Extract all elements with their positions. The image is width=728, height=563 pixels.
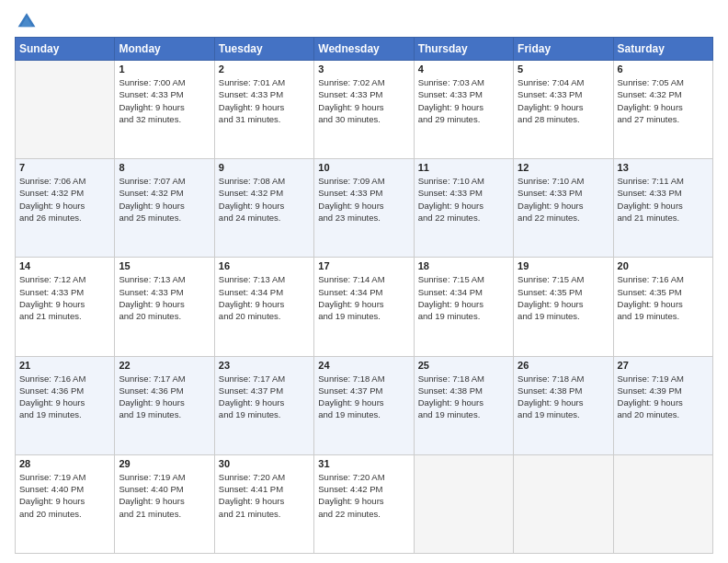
calendar-week-row: 21Sunrise: 7:16 AM Sunset: 4:36 PM Dayli…	[16, 356, 713, 454]
calendar-day-14: 14Sunrise: 7:12 AM Sunset: 4:33 PM Dayli…	[16, 258, 115, 356]
day-info: Sunrise: 7:10 AM Sunset: 4:33 PM Dayligh…	[418, 175, 509, 224]
day-number: 16	[219, 260, 310, 271]
calendar-empty-cell	[414, 454, 513, 553]
day-number: 23	[219, 360, 310, 371]
day-info: Sunrise: 7:05 AM Sunset: 4:32 PM Dayligh…	[618, 76, 709, 125]
day-info: Sunrise: 7:01 AM Sunset: 4:33 PM Dayligh…	[219, 76, 310, 125]
day-number: 3	[318, 63, 409, 75]
calendar-day-5: 5Sunrise: 7:04 AM Sunset: 4:33 PM Daylig…	[514, 61, 613, 159]
logo-icon	[17, 11, 37, 31]
calendar-day-9: 9Sunrise: 7:08 AM Sunset: 4:32 PM Daylig…	[214, 159, 313, 258]
calendar-day-11: 11Sunrise: 7:10 AM Sunset: 4:33 PM Dayli…	[414, 159, 513, 258]
calendar-day-29: 29Sunrise: 7:19 AM Sunset: 4:40 PM Dayli…	[115, 454, 214, 553]
calendar-day-16: 16Sunrise: 7:13 AM Sunset: 4:34 PM Dayli…	[214, 258, 313, 356]
calendar-week-row: 14Sunrise: 7:12 AM Sunset: 4:33 PM Dayli…	[16, 258, 713, 356]
day-number: 29	[119, 458, 210, 469]
day-info: Sunrise: 7:18 AM Sunset: 4:38 PM Dayligh…	[518, 373, 609, 421]
day-info: Sunrise: 7:19 AM Sunset: 4:39 PM Dayligh…	[618, 373, 709, 421]
calendar-day-20: 20Sunrise: 7:16 AM Sunset: 4:35 PM Dayli…	[613, 258, 712, 356]
weekday-header-friday: Friday	[514, 38, 613, 61]
day-info: Sunrise: 7:11 AM Sunset: 4:33 PM Dayligh…	[618, 175, 709, 224]
calendar-day-26: 26Sunrise: 7:18 AM Sunset: 4:38 PM Dayli…	[514, 356, 613, 454]
day-info: Sunrise: 7:16 AM Sunset: 4:35 PM Dayligh…	[618, 273, 709, 322]
calendar-day-21: 21Sunrise: 7:16 AM Sunset: 4:36 PM Dayli…	[16, 356, 115, 454]
calendar-day-10: 10Sunrise: 7:09 AM Sunset: 4:33 PM Dayli…	[314, 159, 414, 258]
calendar-day-6: 6Sunrise: 7:05 AM Sunset: 4:32 PM Daylig…	[613, 61, 712, 159]
day-info: Sunrise: 7:19 AM Sunset: 4:40 PM Dayligh…	[119, 471, 210, 520]
day-number: 22	[119, 360, 210, 371]
day-info: Sunrise: 7:15 AM Sunset: 4:35 PM Dayligh…	[518, 273, 609, 322]
calendar-day-12: 12Sunrise: 7:10 AM Sunset: 4:33 PM Dayli…	[514, 159, 613, 258]
day-number: 4	[418, 63, 509, 75]
calendar-empty-cell	[514, 454, 613, 553]
calendar-day-3: 3Sunrise: 7:02 AM Sunset: 4:33 PM Daylig…	[314, 61, 414, 159]
day-number: 13	[618, 162, 709, 173]
day-number: 15	[119, 260, 210, 271]
calendar-day-27: 27Sunrise: 7:19 AM Sunset: 4:39 PM Dayli…	[613, 356, 712, 454]
calendar-day-30: 30Sunrise: 7:20 AM Sunset: 4:41 PM Dayli…	[214, 454, 313, 553]
day-number: 31	[318, 458, 409, 469]
day-info: Sunrise: 7:09 AM Sunset: 4:33 PM Dayligh…	[318, 175, 409, 224]
day-info: Sunrise: 7:20 AM Sunset: 4:42 PM Dayligh…	[318, 471, 409, 520]
day-number: 21	[19, 360, 110, 371]
day-number: 14	[19, 260, 110, 271]
calendar-week-row: 28Sunrise: 7:19 AM Sunset: 4:40 PM Dayli…	[16, 454, 713, 553]
day-number: 26	[518, 360, 609, 371]
day-number: 17	[318, 260, 409, 271]
day-number: 27	[618, 360, 709, 371]
calendar-day-24: 24Sunrise: 7:18 AM Sunset: 4:37 PM Dayli…	[314, 356, 414, 454]
day-number: 7	[19, 162, 110, 173]
day-number: 25	[418, 360, 509, 371]
calendar-empty-cell	[613, 454, 712, 553]
day-info: Sunrise: 7:13 AM Sunset: 4:33 PM Dayligh…	[119, 273, 210, 322]
calendar-day-13: 13Sunrise: 7:11 AM Sunset: 4:33 PM Dayli…	[613, 159, 712, 258]
day-info: Sunrise: 7:10 AM Sunset: 4:33 PM Dayligh…	[518, 175, 609, 224]
day-number: 9	[219, 162, 310, 173]
day-number: 12	[518, 162, 609, 173]
day-number: 18	[418, 260, 509, 271]
weekday-header-tuesday: Tuesday	[214, 38, 313, 61]
day-info: Sunrise: 7:14 AM Sunset: 4:34 PM Dayligh…	[318, 273, 409, 322]
logo	[15, 11, 39, 31]
calendar-day-8: 8Sunrise: 7:07 AM Sunset: 4:32 PM Daylig…	[115, 159, 214, 258]
day-info: Sunrise: 7:17 AM Sunset: 4:37 PM Dayligh…	[219, 373, 310, 421]
day-number: 10	[318, 162, 409, 173]
calendar-day-15: 15Sunrise: 7:13 AM Sunset: 4:33 PM Dayli…	[115, 258, 214, 356]
calendar-day-4: 4Sunrise: 7:03 AM Sunset: 4:33 PM Daylig…	[414, 61, 513, 159]
calendar-day-25: 25Sunrise: 7:18 AM Sunset: 4:38 PM Dayli…	[414, 356, 513, 454]
day-number: 11	[418, 162, 509, 173]
day-info: Sunrise: 7:03 AM Sunset: 4:33 PM Dayligh…	[418, 76, 509, 125]
day-number: 20	[618, 260, 709, 271]
day-info: Sunrise: 7:18 AM Sunset: 4:38 PM Dayligh…	[418, 373, 509, 421]
weekday-header-thursday: Thursday	[414, 38, 513, 61]
day-number: 19	[518, 260, 609, 271]
day-number: 28	[19, 458, 110, 469]
header	[15, 11, 713, 31]
day-info: Sunrise: 7:17 AM Sunset: 4:36 PM Dayligh…	[119, 373, 210, 421]
calendar-day-31: 31Sunrise: 7:20 AM Sunset: 4:42 PM Dayli…	[314, 454, 414, 553]
day-info: Sunrise: 7:15 AM Sunset: 4:34 PM Dayligh…	[418, 273, 509, 322]
calendar-day-22: 22Sunrise: 7:17 AM Sunset: 4:36 PM Dayli…	[115, 356, 214, 454]
day-number: 30	[219, 458, 310, 469]
weekday-header-wednesday: Wednesday	[314, 38, 414, 61]
day-info: Sunrise: 7:20 AM Sunset: 4:41 PM Dayligh…	[219, 471, 310, 520]
day-info: Sunrise: 7:04 AM Sunset: 4:33 PM Dayligh…	[518, 76, 609, 125]
calendar-table: SundayMondayTuesdayWednesdayThursdayFrid…	[15, 37, 713, 554]
day-info: Sunrise: 7:02 AM Sunset: 4:33 PM Dayligh…	[318, 76, 409, 125]
calendar-day-28: 28Sunrise: 7:19 AM Sunset: 4:40 PM Dayli…	[16, 454, 115, 553]
calendar-day-1: 1Sunrise: 7:00 AM Sunset: 4:33 PM Daylig…	[115, 61, 214, 159]
calendar-week-row: 1Sunrise: 7:00 AM Sunset: 4:33 PM Daylig…	[16, 61, 713, 159]
day-number: 1	[119, 63, 210, 75]
day-info: Sunrise: 7:00 AM Sunset: 4:33 PM Dayligh…	[119, 76, 210, 125]
calendar-day-18: 18Sunrise: 7:15 AM Sunset: 4:34 PM Dayli…	[414, 258, 513, 356]
weekday-header-row: SundayMondayTuesdayWednesdayThursdayFrid…	[16, 38, 713, 61]
day-number: 24	[318, 360, 409, 371]
day-number: 2	[219, 63, 310, 75]
calendar-empty-cell	[16, 61, 115, 159]
day-info: Sunrise: 7:18 AM Sunset: 4:37 PM Dayligh…	[318, 373, 409, 421]
day-info: Sunrise: 7:13 AM Sunset: 4:34 PM Dayligh…	[219, 273, 310, 322]
calendar-day-17: 17Sunrise: 7:14 AM Sunset: 4:34 PM Dayli…	[314, 258, 414, 356]
day-info: Sunrise: 7:08 AM Sunset: 4:32 PM Dayligh…	[219, 175, 310, 224]
calendar-day-2: 2Sunrise: 7:01 AM Sunset: 4:33 PM Daylig…	[214, 61, 313, 159]
weekday-header-monday: Monday	[115, 38, 214, 61]
